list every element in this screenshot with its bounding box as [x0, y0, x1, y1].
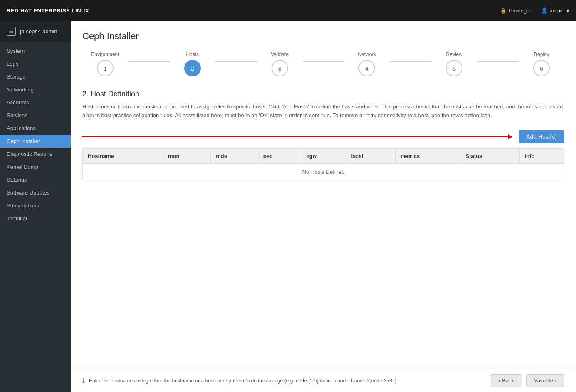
sidebar-link-applications[interactable]: Applications [0, 122, 71, 135]
table-header-mon: mon [163, 148, 211, 163]
sidebar-link-terminal[interactable]: Terminal [0, 212, 71, 225]
arrow-container [82, 136, 512, 137]
host-icon: ☷ [7, 27, 16, 36]
wizard-connector-4 [390, 61, 431, 62]
user-icon [541, 7, 548, 14]
footer-actions: ℹ Enter the hostnames using either the h… [71, 369, 576, 392]
wizard-step-1: Environment1 [82, 52, 128, 76]
sidebar-link-logs[interactable]: Logs [0, 57, 71, 70]
wizard-steps: Environment1Hosts2Validate3Network4Revie… [82, 52, 564, 76]
sidebar-link-storage[interactable]: Storage [0, 70, 71, 83]
sidebar-item-selinux[interactable]: SELinux [0, 173, 71, 186]
wizard-step-circle-2: 2 [184, 60, 201, 76]
table-empty-row: No Hosts Defined [83, 163, 564, 180]
wizard-step-6: Deploy6 [519, 52, 564, 76]
sidebar-item-accounts[interactable]: Accounts [0, 96, 71, 109]
wizard-step-label-4: Network [358, 52, 376, 57]
sidebar: ☷ jb-ceph4-admin SystemLogsStorageNetwor… [0, 21, 71, 392]
footer-note: ℹ Enter the hostnames using either the h… [82, 377, 398, 385]
page-title: Ceph Installer [82, 31, 564, 42]
privileged-label: Privileged [509, 7, 532, 14]
sidebar-item-logs[interactable]: Logs [0, 57, 71, 70]
sidebar-link-ceph-installer[interactable]: Ceph Installer [0, 135, 71, 148]
sidebar-item-system[interactable]: System [0, 44, 71, 57]
sidebar-link-diagnostic-reports[interactable]: Diagnostic Reports [0, 148, 71, 160]
sidebar-link-networking[interactable]: Networking [0, 83, 71, 96]
hosts-table: HostnamemonmdsosdrgwiscsimetricsStatusIn… [82, 148, 564, 180]
add-hosts-button[interactable]: Add Host(s) [519, 130, 564, 143]
navbar: RED HAT ENTERPRISE LINUX Privileged admi… [0, 0, 576, 21]
table-header-osd: osd [258, 148, 302, 163]
wizard-step-circle-5: 5 [446, 60, 462, 76]
sidebar-item-subscriptions[interactable]: Subscriptions [0, 199, 71, 212]
lock-icon [500, 7, 507, 14]
footer-buttons: ‹ Back Validate › [491, 374, 564, 387]
wizard-step-label-2: Hosts [186, 52, 199, 57]
wizard-connector-2 [215, 61, 257, 62]
sidebar-link-software-updates[interactable]: Software Updates [0, 186, 71, 199]
wizard-step-label-5: Review [446, 52, 462, 57]
sidebar-link-accounts[interactable]: Accounts [0, 96, 71, 109]
sidebar-item-storage[interactable]: Storage [0, 70, 71, 83]
navbar-brand: RED HAT ENTERPRISE LINUX [7, 7, 89, 14]
table-header-rgw: rgw [302, 148, 346, 163]
wizard-step-3: Validate3 [257, 52, 303, 76]
layout: ☷ jb-ceph4-admin SystemLogsStorageNetwor… [0, 21, 576, 392]
navbar-right: Privileged admin [500, 7, 569, 14]
arrow-line [82, 136, 512, 137]
sidebar-link-kernel-dump[interactable]: Kernel Dump [0, 160, 71, 173]
table-header-metrics: metrics [395, 148, 460, 163]
table-header-status: Status [460, 148, 519, 163]
sidebar-link-selinux[interactable]: SELinux [0, 173, 71, 186]
wizard-step-circle-3: 3 [272, 60, 288, 76]
navbar-admin[interactable]: admin [541, 7, 569, 14]
navbar-privileged: Privileged [500, 7, 532, 14]
table-empty-message: No Hosts Defined [83, 163, 564, 180]
wizard-step-2: Hosts2 [170, 52, 215, 76]
wizard-step-label-6: Deploy [534, 52, 549, 57]
chevron-down-icon [566, 7, 569, 14]
sidebar-item-ceph-installer[interactable]: Ceph Installer [0, 135, 71, 148]
table-header-mds: mds [211, 148, 258, 163]
wizard-connector-5 [477, 61, 519, 62]
info-icon: ℹ [82, 377, 85, 385]
wizard-connector-1 [128, 61, 170, 62]
back-button[interactable]: ‹ Back [491, 374, 522, 387]
sidebar-item-applications[interactable]: Applications [0, 122, 71, 135]
table-header-hostname: Hostname [83, 148, 163, 163]
sidebar-link-system[interactable]: System [0, 44, 71, 57]
wizard-step-label-3: Validate [271, 52, 288, 57]
wizard-step-label-1: Environment [91, 52, 119, 57]
sidebar-link-services[interactable]: Services [0, 109, 71, 122]
section-desc: Hostnames or hostname masks can be used … [82, 103, 564, 120]
wizard-connector-3 [303, 61, 344, 62]
sidebar-item-networking[interactable]: Networking [0, 83, 71, 96]
sidebar-item-diagnostic-reports[interactable]: Diagnostic Reports [0, 148, 71, 160]
wizard-step-circle-6: 6 [533, 60, 550, 76]
wizard-step-circle-1: 1 [97, 60, 114, 76]
validate-button[interactable]: Validate › [526, 374, 564, 387]
sidebar-item-kernel-dump[interactable]: Kernel Dump [0, 160, 71, 173]
table-header-iscsi: iscsi [346, 148, 395, 163]
wizard-step-circle-4: 4 [358, 60, 375, 76]
sidebar-link-subscriptions[interactable]: Subscriptions [0, 199, 71, 212]
main-content: Ceph Installer Environment1Hosts2Validat… [71, 21, 576, 392]
sidebar-item-software-updates[interactable]: Software Updates [0, 186, 71, 199]
section-heading: 2. Host Definition [82, 90, 564, 99]
wizard-step-5: Review5 [431, 52, 477, 76]
sidebar-item-services[interactable]: Services [0, 109, 71, 122]
admin-label: admin [550, 7, 564, 14]
footer-note-text: Enter the hostnames using either the hos… [89, 378, 398, 384]
sidebar-header: ☷ jb-ceph4-admin [0, 21, 71, 42]
sidebar-host-label: jb-ceph4-admin [20, 28, 57, 35]
table-header-info: Info [519, 148, 564, 163]
sidebar-nav: SystemLogsStorageNetworkingAccountsServi… [0, 42, 71, 227]
sidebar-item-terminal[interactable]: Terminal [0, 212, 71, 225]
wizard-step-4: Network4 [344, 52, 390, 76]
action-row: Add Host(s) [82, 130, 564, 143]
